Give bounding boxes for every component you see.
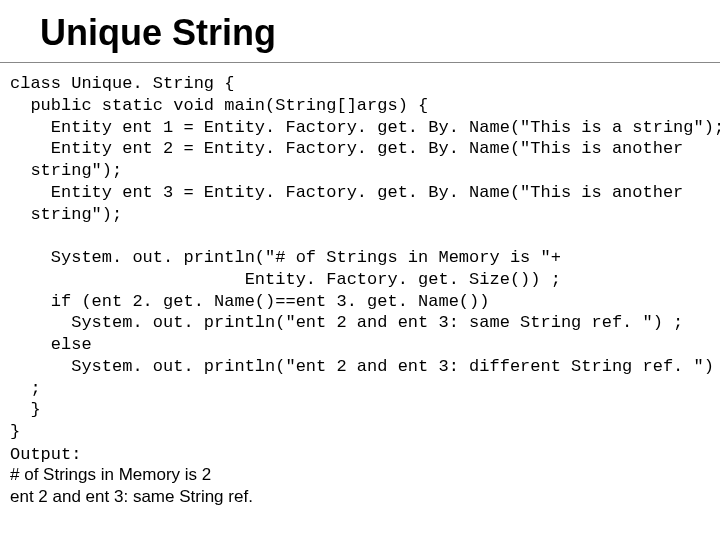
slide-title: Unique String xyxy=(40,12,720,54)
output-label: Output: xyxy=(10,445,720,464)
title-underline xyxy=(0,62,720,63)
output-line-2: ent 2 and ent 3: same String ref. xyxy=(10,486,720,508)
code-block: class Unique. String { public static voi… xyxy=(10,73,720,443)
slide: Unique String class Unique. String { pub… xyxy=(0,0,720,540)
output-line-1: # of Strings in Memory is 2 xyxy=(10,464,720,486)
